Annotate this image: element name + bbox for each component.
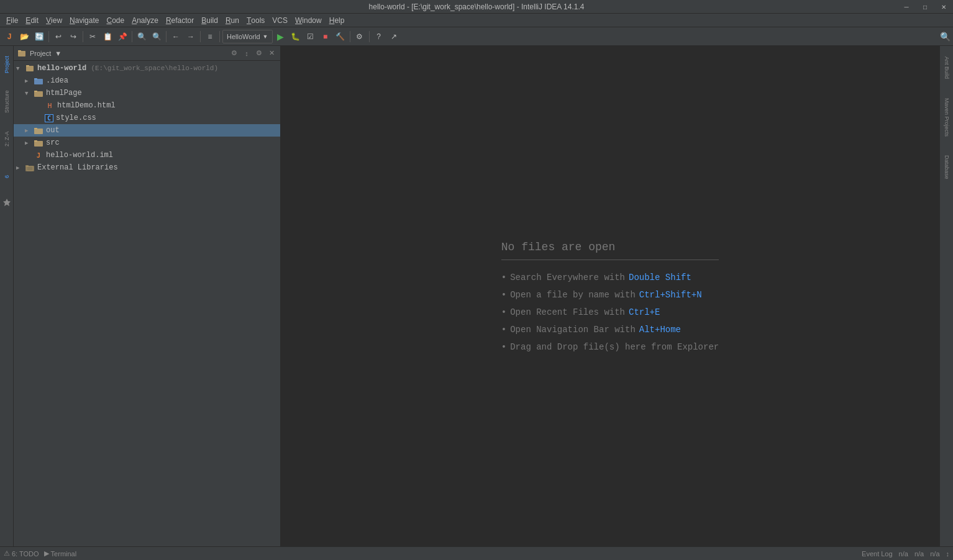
sidebar-tab-za[interactable]: 2: Z-A [0, 120, 14, 158]
panel-gear-icon[interactable]: ⚙ [254, 48, 264, 58]
tb-sep7 [350, 31, 350, 42]
tb-sep3 [132, 31, 132, 42]
toolbar-find-btn[interactable]: 🔍 [135, 30, 148, 43]
minimize-button[interactable]: ─ [897, 0, 916, 14]
tree-item-root[interactable]: ▼ hello-world (E:\git_work_space\hello-w… [14, 62, 280, 75]
css-file-icon: C [45, 114, 53, 122]
menu-tools[interactable]: Tools [243, 14, 268, 27]
menu-build[interactable]: Build [198, 14, 222, 27]
run-config-selector[interactable]: HelloWorld ▼ [222, 30, 273, 43]
tree-item-stylecss[interactable]: C style.css [14, 112, 280, 124]
menu-vcs[interactable]: VCS [268, 14, 291, 27]
svg-rect-6 [34, 78, 37, 79]
right-tab-maven[interactable]: Maven Projects [940, 89, 953, 145]
event-log-label: Event Log [862, 550, 893, 558]
svg-rect-9 [34, 129, 43, 134]
toolbar-replace-btn[interactable]: 🔍 [150, 30, 163, 43]
debug-button[interactable]: 🐛 [289, 30, 303, 43]
no-files-open-panel: No files are open Search Everywhere with… [501, 241, 719, 352]
toolbar-sync-btn[interactable]: 🔄 [32, 30, 46, 43]
right-tab-ant[interactable]: Ant Build [940, 46, 953, 89]
menu-navigate[interactable]: Navigate [66, 14, 103, 27]
update-btn[interactable]: ↗ [387, 30, 401, 43]
right-tab-database[interactable]: Database [940, 145, 953, 189]
project-panel-title: Project [30, 50, 51, 57]
run-with-coverage-btn[interactable]: ☑ [304, 30, 317, 43]
stop-button[interactable]: ■ [319, 30, 332, 43]
svg-rect-4 [26, 65, 29, 66]
tree-item-idea[interactable]: ▶ .idea [14, 75, 280, 87]
maximize-button[interactable]: □ [916, 0, 934, 14]
pos1-label: n/a [899, 550, 908, 558]
tree-item-htmldemo[interactable]: H htmlDemo.html [14, 99, 280, 112]
settings-btn[interactable]: ⚙ [353, 30, 367, 43]
tb-sep8 [369, 31, 370, 42]
toolbar-paste-btn[interactable]: 📌 [116, 30, 129, 43]
tree-label-src: src [46, 138, 60, 147]
sidebar-tab-6[interactable]: 6 [0, 158, 14, 195]
main-area: Project Structure 2: Z-A 6 Project ▼ ⚙ ↕… [0, 46, 953, 546]
toolbar-copy-btn[interactable]: 📋 [101, 30, 114, 43]
panel-settings-icon[interactable]: ⚙ [229, 48, 239, 58]
menu-code[interactable]: Code [103, 14, 128, 27]
html-file-icon: H [45, 101, 55, 111]
status-position-1: n/a [899, 550, 908, 558]
terminal-icon: ▶ [44, 549, 49, 558]
status-lf-icon[interactable]: ↕ [946, 550, 950, 558]
menu-run[interactable]: Run [222, 14, 243, 27]
svg-marker-0 [3, 199, 11, 206]
toolbar-redo-btn[interactable]: ↪ [66, 30, 80, 43]
build-btn[interactable]: 🔨 [334, 30, 347, 43]
menu-help[interactable]: Help [326, 14, 349, 27]
menu-edit[interactable]: Edit [22, 14, 42, 27]
tree-arrow-iml [25, 152, 34, 158]
menu-view[interactable]: View [42, 14, 66, 27]
menu-file[interactable]: File [2, 14, 22, 27]
tree-arrow-root: ▼ [16, 65, 25, 71]
sidebar-tab-structure[interactable]: Structure [0, 83, 14, 120]
status-terminal[interactable]: ▶ Terminal [44, 549, 77, 558]
status-event-log[interactable]: Event Log [862, 550, 893, 558]
sidebar-tab-project[interactable]: Project [0, 46, 14, 83]
help-btn[interactable]: ? [372, 30, 386, 43]
toolbar-search-everywhere[interactable]: 🔍 [940, 32, 951, 42]
status-left: ⚠ 6: TODO ▶ Terminal [4, 549, 76, 558]
toolbar-forward-btn[interactable]: → [184, 30, 198, 43]
tree-item-out[interactable]: ▶ out [14, 124, 280, 137]
folder-idea-icon [34, 76, 43, 86]
svg-rect-2 [18, 50, 21, 52]
toolbar-structure-btn[interactable]: ≡ [203, 30, 217, 43]
hint-search-text: Search Everywhere with [510, 273, 625, 282]
tree-arrow-extlibs: ▶ [16, 165, 25, 171]
toolbar-open-btn[interactable]: 📂 [17, 30, 31, 43]
folder-htmlpage-icon [34, 88, 43, 98]
panel-collapse-icon[interactable]: ↕ [242, 48, 252, 58]
status-bar: ⚠ 6: TODO ▶ Terminal Event Log n/a n/a n… [0, 546, 953, 560]
menu-analyze[interactable]: Analyze [128, 14, 162, 27]
pos2-label: n/a [914, 550, 924, 558]
hint-nav-bar: Open Navigation Bar with Alt+Home [501, 325, 719, 335]
status-todo[interactable]: ⚠ 6: TODO [4, 549, 39, 558]
close-button[interactable]: ✕ [934, 0, 953, 14]
file-tree: ▼ hello-world (E:\git_work_space\hello-w… [14, 61, 280, 546]
panel-close-icon[interactable]: ✕ [267, 48, 276, 58]
status-position-3: n/a [930, 550, 939, 558]
tree-arrow-htmldemo [36, 102, 45, 109]
menu-window[interactable]: Window [291, 14, 326, 27]
run-button[interactable]: ▶ [274, 30, 288, 43]
menu-refactor[interactable]: Refactor [162, 14, 198, 27]
toolbar-cut-btn[interactable]: ✂ [86, 30, 99, 43]
hint-recent-files-text: Open Recent Files with [510, 307, 625, 317]
project-panel: Project ▼ ⚙ ↕ ⚙ ✕ ▼ hello-world (E:\git_… [14, 46, 281, 546]
toolbar-back-btn[interactable]: ← [169, 30, 183, 43]
tree-item-extlibs[interactable]: ▶ External Libraries [14, 161, 280, 174]
folder-src-icon [34, 138, 43, 148]
toolbar-intellij-logo[interactable]: J [2, 30, 16, 43]
tree-item-src[interactable]: ▶ src [14, 137, 280, 149]
toolbar-undo-btn[interactable]: ↩ [52, 30, 65, 43]
terminal-label: Terminal [51, 550, 77, 558]
tree-item-iml[interactable]: J hello-world.iml [14, 149, 280, 161]
project-panel-dropdown[interactable]: ▼ [55, 50, 62, 57]
tree-item-htmlpage[interactable]: ▼ htmlPage [14, 87, 280, 99]
tree-arrow-stylecss [36, 115, 45, 121]
